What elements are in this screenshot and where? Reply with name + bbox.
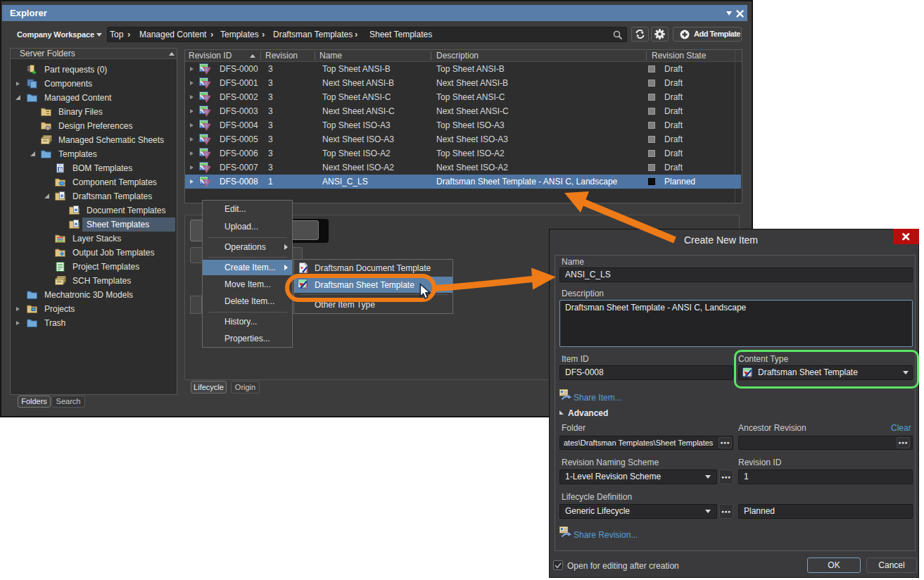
svg-text:B: B: [59, 167, 63, 172]
